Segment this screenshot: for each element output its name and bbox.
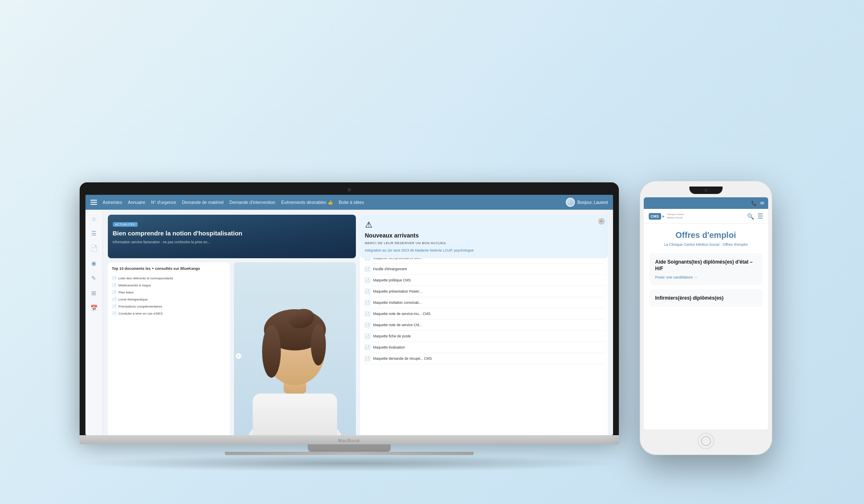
person-photo: ‹ xyxy=(234,262,356,435)
nav-link-boite[interactable]: Boite à idées xyxy=(339,200,364,205)
doc-list-icon: 📄 xyxy=(112,283,117,287)
phone-menu-icon[interactable]: ☰ xyxy=(757,212,763,220)
breadcrumb-part-2: Offres d'emploi xyxy=(723,242,747,247)
doc-item-7[interactable]: 📄 Maquette note de service-mu... CMS xyxy=(364,308,604,320)
notice-body: Intégration au 1er aout 2023 de Madame N… xyxy=(365,248,603,253)
top-doc-item-2[interactable]: 📄 Médicaments à risque xyxy=(112,282,226,289)
avatar xyxy=(566,198,575,207)
notice-close-button[interactable]: × xyxy=(598,218,605,225)
laptop-screen-outer: Astreintes Annuaire N° d'urgence Demande… xyxy=(80,182,619,435)
doc-list-icon: 📄 xyxy=(112,290,117,294)
top-doc-name: Précautions complémentaires xyxy=(119,305,162,308)
doc-icon: 📄 xyxy=(364,333,371,339)
top-doc-item-4[interactable]: 📄 Livret thérapeutique xyxy=(112,296,226,303)
doc-list-icon: 📄 xyxy=(112,297,117,301)
sidebar-list-icon[interactable]: ☰ xyxy=(89,229,98,238)
nav-link-materiel[interactable]: Demande de matériel xyxy=(182,200,224,205)
sidebar-pencil-icon[interactable]: ✎ xyxy=(89,274,98,283)
notice-title: Nouveaux arrivants xyxy=(365,232,603,239)
laptop-stand xyxy=(308,444,391,452)
phone-search-icon[interactable]: 🔍 xyxy=(747,213,754,220)
nav-link-evenements[interactable]: Événements désirables 👍 xyxy=(281,200,333,205)
top-doc-item-5[interactable]: 📄 Précautions complémentaires xyxy=(112,303,226,310)
doc-item-10[interactable]: 📄 Maquette évaluation xyxy=(364,342,604,353)
app-navbar: Astreintes Annuaire N° d'urgence Demande… xyxy=(85,195,613,210)
hero-tag: ACTUALITÉS xyxy=(113,222,138,227)
top-doc-name: Plan blanc xyxy=(119,291,134,294)
doc-name: Maquette fiche de poste xyxy=(373,334,604,338)
doc-item-6[interactable]: 📄 Maquette invitation convocati... xyxy=(364,297,604,308)
nav-links: Astreintes Annuaire N° d'urgence Demande… xyxy=(103,200,560,205)
job-apply-link-1[interactable]: Poser une candidature → xyxy=(655,275,757,279)
top-doc-item-6[interactable]: 📄 Conduite à tenir en cas d'AES xyxy=(112,310,226,317)
doc-icon: 📄 xyxy=(364,322,371,328)
top-docs-panel: Top 10 documents les + consultés sur Blu… xyxy=(108,262,230,435)
breadcrumb-part-1[interactable]: La Clinique Centre Médico-Social xyxy=(664,242,720,247)
doc-name: Maquette note de service-mu... CMS xyxy=(373,312,604,316)
doc-icon: 📄 xyxy=(364,299,371,306)
app-content: ACTUALITÉS Bien comprendre la notion d'h… xyxy=(103,210,613,435)
nav-link-astreintes[interactable]: Astreintes xyxy=(103,200,122,205)
sidebar-globe-icon[interactable]: ◉ xyxy=(89,259,98,268)
doc-icon: 📄 xyxy=(364,344,371,351)
phone-content: Offres d'emploi La Clinique Centre Médic… xyxy=(644,224,768,313)
laptop-base xyxy=(80,435,619,444)
svg-point-6 xyxy=(262,325,280,378)
carousel-prev-button[interactable]: ‹ xyxy=(236,353,241,359)
phone-app-header: CMS+ Clinique Centre Médico-Social 🔍 ☰ xyxy=(644,209,768,224)
phone: 📞 ✉ CMS+ Clinique Centre Médico-Social 🔍… xyxy=(640,181,772,455)
person-svg xyxy=(234,262,356,435)
sidebar-home-icon[interactable]: ⌂ xyxy=(89,214,98,223)
phone-notch xyxy=(689,187,723,194)
nav-link-annuaire[interactable]: Annuaire xyxy=(128,200,145,205)
sidebar-calendar-icon[interactable]: 📅 xyxy=(89,303,98,313)
phone-breadcrumb: La Clinique Centre Médico-Social › Offre… xyxy=(650,242,762,247)
hamburger-menu[interactable] xyxy=(90,200,97,205)
doc-name: Maquette évaluation xyxy=(373,345,604,349)
svg-point-7 xyxy=(311,324,326,366)
job-title-2: Infirmiers(ères) diplômés(es) xyxy=(655,295,757,301)
doc-name: Feuille d'émargement xyxy=(373,267,604,271)
doc-list-icon: 📄 xyxy=(112,304,117,308)
top-doc-item-3[interactable]: 📄 Plan blanc xyxy=(112,289,226,296)
laptop-foot xyxy=(225,452,474,455)
doc-item-8[interactable]: 📄 Maquette note de service CM... xyxy=(364,320,604,331)
sidebar-file-icon[interactable]: 📄 xyxy=(89,244,98,253)
doc-icon: 📄 xyxy=(364,277,371,284)
hero-body: Information service facturation : ne pas… xyxy=(113,240,351,245)
cms-logo-subtitle: Clinique Centre Médico-Social xyxy=(667,213,692,219)
doc-name: Maquette demande de récupé... CMS xyxy=(373,356,604,361)
sidebar-grid-icon[interactable]: ⊞ xyxy=(89,288,98,298)
warning-icon: ⚠ xyxy=(365,220,603,230)
doc-item-4[interactable]: 📄 Maquette politique CMS xyxy=(364,275,604,286)
top-doc-name: Liste des référents et correspondants xyxy=(119,276,173,280)
laptop-shadow xyxy=(80,455,619,472)
notice-subtitle: MERCI DE LEUR RESERVER UN BON ACCUEIL xyxy=(365,241,603,245)
phone-top-bar: 📞 ✉ xyxy=(644,197,768,209)
nav-link-intervention[interactable]: Demande d'intervention xyxy=(229,200,275,205)
mail-icon: ✉ xyxy=(760,201,764,206)
top-docs-title: Top 10 documents les + consultés sur Blu… xyxy=(112,267,226,271)
top-doc-name: Livret thérapeutique xyxy=(119,298,148,301)
doc-item-3[interactable]: 📄 Feuille d'émargement xyxy=(364,264,604,275)
doc-item-11[interactable]: 📄 Maquette demande de récupé... CMS xyxy=(364,353,604,364)
doc-icon: 📄 xyxy=(364,266,371,272)
job-card-2: Infirmiers(ères) diplômés(es) xyxy=(650,289,762,307)
phone-home-button[interactable] xyxy=(698,433,714,449)
job-title-1: Aide Soignants(tes) diplômés(es) d'état … xyxy=(655,259,757,272)
app-body: ⌂ ☰ 📄 ◉ ✎ ⊞ 📅 ACTUALITÉS Bien compren xyxy=(85,210,613,435)
bottom-section: Top 10 documents les + consultés sur Blu… xyxy=(108,262,356,435)
top-doc-name: Médicaments à risque xyxy=(119,284,151,287)
doc-name: Maquette politique CMS xyxy=(373,278,604,282)
top-doc-name: Conduite à tenir en cas d'AES xyxy=(119,312,163,315)
home-button-ring xyxy=(701,436,711,446)
laptop: Astreintes Annuaire N° d'urgence Demande… xyxy=(80,182,619,455)
top-doc-item-1[interactable]: 📄 Liste des référents et correspondants xyxy=(112,275,226,282)
nav-link-urgence[interactable]: N° d'urgence xyxy=(151,200,176,205)
doc-name: Maquette présentation Power... xyxy=(373,289,604,293)
doc-item-9[interactable]: 📄 Maquette fiche de poste xyxy=(364,331,604,342)
cms-logo-mark: CMS xyxy=(649,213,661,220)
notice-card: × ⚠ Nouveaux arrivants MERCI DE LEUR RES… xyxy=(360,215,608,258)
hero-card: ACTUALITÉS Bien comprendre la notion d'h… xyxy=(108,215,356,258)
doc-item-5[interactable]: 📄 Maquette présentation Power... xyxy=(364,286,604,297)
